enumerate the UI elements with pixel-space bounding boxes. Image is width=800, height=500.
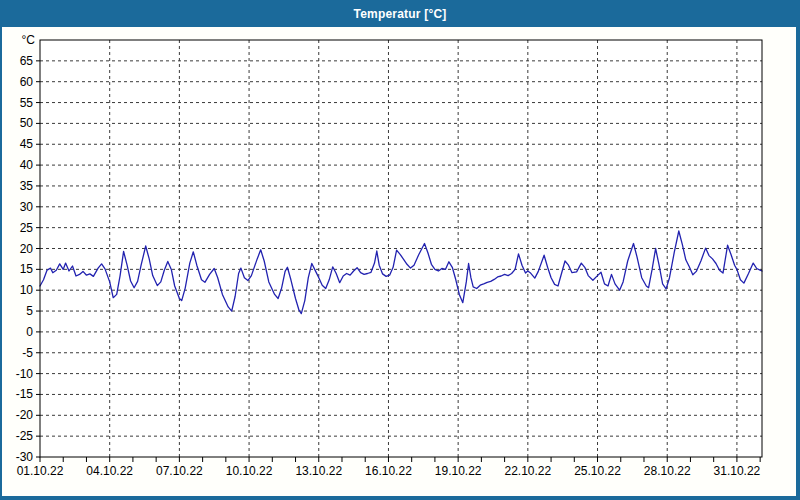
y-tick-label: 20 [20,242,34,256]
y-tick-label: 25 [20,221,34,235]
y-tick-label: 15 [20,262,34,276]
x-tick-label: 04.10.22 [86,464,133,478]
y-tick-label: 45 [20,137,34,151]
app-window: Temperatur [°C] 656055504540353025201510… [0,0,800,500]
y-tick-label: 5 [26,304,33,318]
y-tick-label: 50 [20,116,34,130]
y-tick-label: -15 [16,387,34,401]
y-tick-label: -10 [16,367,34,381]
x-tick-label: 13.10.22 [295,464,342,478]
y-tick-label: -30 [16,450,34,464]
y-tick-label: 40 [20,158,34,172]
y-tick-label: 10 [20,283,34,297]
y-tick-label: 65 [20,54,34,68]
x-tick-label: 01.10.22 [17,464,64,478]
y-tick-label: 0 [26,325,33,339]
x-tick-label: 28.10.22 [644,464,691,478]
y-tick-label: 30 [20,200,34,214]
gridlines [40,40,762,457]
x-tick-label: 19.10.22 [435,464,482,478]
y-tick-label: -20 [16,408,34,422]
y-tick-label: -25 [16,429,34,443]
x-tick-label: 31.10.22 [714,464,761,478]
y-tick-label: -5 [22,346,33,360]
y-tick-labels: 65605550454035302520151050-5-10-15-20-25… [16,33,36,464]
y-tick-label: 35 [20,179,34,193]
x-tick-labels: 01.10.2204.10.2207.10.2210.10.2213.10.22… [17,464,761,478]
x-tick-label: 25.10.22 [574,464,621,478]
y-tick-label: 55 [20,96,34,110]
x-tick-label: 07.10.22 [156,464,203,478]
temperature-line-chart: 65605550454035302520151050-5-10-15-20-25… [0,0,800,500]
x-tick-label: 10.10.22 [226,464,273,478]
y-tick-label: 60 [20,75,34,89]
y-axis-unit-label: °C [22,33,36,47]
x-tick-label: 22.10.22 [504,464,551,478]
x-tick-label: 16.10.22 [365,464,412,478]
